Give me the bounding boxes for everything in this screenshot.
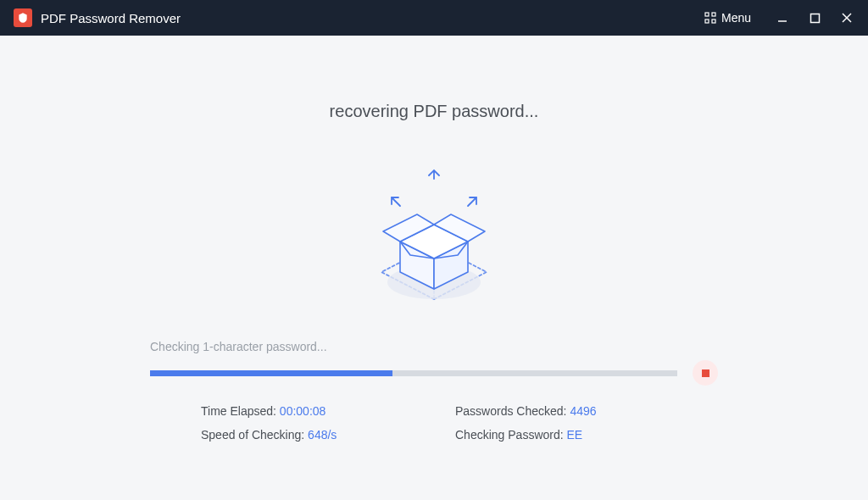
speed-label: Speed of Checking:: [201, 428, 308, 442]
maximize-button[interactable]: [807, 10, 822, 25]
stop-icon: [702, 369, 709, 377]
main-content: recovering PDF password...: [0, 36, 868, 500]
time-elapsed-label: Time Elapsed:: [201, 404, 280, 418]
svg-rect-1: [712, 13, 715, 16]
speed-stat: Speed of Checking: 648/s: [201, 428, 455, 442]
passwords-checked-stat: Passwords Checked: 4496: [455, 404, 709, 418]
progress-status-label: Checking 1-character password...: [150, 340, 718, 353]
svg-rect-2: [705, 19, 709, 23]
passwords-checked-label: Passwords Checked:: [455, 404, 570, 418]
time-elapsed-stat: Time Elapsed: 00:00:08: [201, 404, 455, 418]
box-illustration: [358, 164, 510, 316]
svg-rect-5: [810, 14, 819, 22]
progress-fill: [150, 370, 392, 376]
menu-label: Menu: [721, 11, 751, 25]
app-title: PDF Password Remover: [41, 11, 704, 25]
checking-password-label: Checking Password:: [455, 428, 567, 442]
progress-bar: [150, 370, 677, 376]
page-heading: recovering PDF password...: [330, 102, 539, 121]
svg-rect-0: [705, 13, 709, 16]
menu-grid-icon: [704, 12, 716, 24]
titlebar: PDF Password Remover Menu: [0, 0, 868, 36]
time-elapsed-value: 00:00:08: [280, 404, 326, 418]
close-button[interactable]: [839, 10, 854, 25]
minimize-button[interactable]: [775, 10, 790, 25]
passwords-checked-value: 4496: [570, 404, 596, 418]
stop-button[interactable]: [693, 360, 718, 386]
checking-password-stat: Checking Password: EE: [455, 428, 709, 442]
svg-rect-3: [712, 19, 715, 23]
checking-password-value: EE: [567, 428, 583, 442]
speed-value: 648/s: [308, 428, 337, 442]
menu-button[interactable]: Menu: [704, 11, 751, 25]
app-icon: [14, 8, 32, 27]
stats-panel: Time Elapsed: 00:00:08 Speed of Checking…: [150, 404, 718, 442]
progress-section: Checking 1-character password... Time El…: [150, 340, 718, 442]
